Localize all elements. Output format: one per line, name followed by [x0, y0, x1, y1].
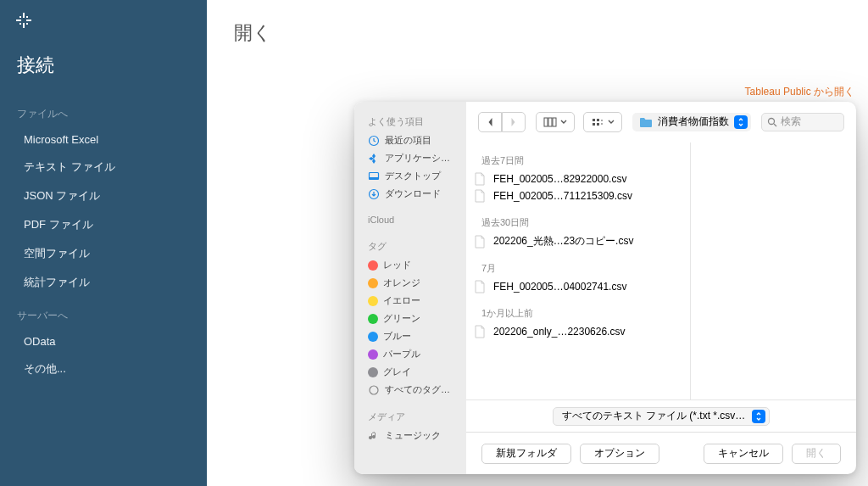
section-servers-label: サーバーへ — [0, 297, 207, 328]
svg-rect-19 — [597, 123, 599, 126]
file-row[interactable]: FEH_002005…04002741.csv — [466, 278, 690, 295]
media-label: メディア — [361, 407, 459, 427]
tag-dot-red-icon — [368, 260, 378, 271]
favorites-downloads-label: ダウンロード — [385, 187, 441, 200]
favorites-label: よく使う項目 — [361, 112, 459, 131]
music-icon — [368, 430, 380, 442]
section-files-label: ファイルへ — [0, 95, 207, 126]
type-filter-bar: すべてのテキスト ファイル (*.txt *.csv… — [466, 399, 856, 432]
app-logo — [0, 0, 207, 41]
back-button[interactable] — [478, 112, 502, 132]
tableau-public-link[interactable]: Tableau Public から開く — [745, 85, 854, 99]
nav-item-text[interactable]: テキスト ファイル — [0, 153, 207, 182]
main-header: 開く — [207, 0, 868, 56]
tag-dot-gray-icon — [368, 367, 378, 377]
nav-item-other[interactable]: その他... — [0, 355, 207, 383]
svg-rect-6 — [19, 23, 21, 25]
tag-green[interactable]: グリーン — [361, 310, 459, 327]
nav-item-spatial[interactable]: 空間ファイル — [0, 239, 207, 268]
svg-rect-7 — [26, 23, 28, 25]
search-placeholder: 検索 — [781, 115, 801, 129]
svg-rect-2 — [16, 20, 21, 21]
file-icon — [473, 280, 487, 293]
apps-icon — [368, 153, 380, 165]
group-label: 7月 — [466, 250, 690, 278]
main-title: 開く — [234, 20, 841, 46]
file-row[interactable]: FEH_002005…711215309.csv — [466, 187, 690, 204]
nav-item-excel[interactable]: Microsoft Excel — [0, 126, 207, 153]
nav-item-odata[interactable]: OData — [0, 328, 207, 355]
tag-dot-orange-icon — [368, 278, 378, 288]
open-button[interactable]: 開く — [792, 444, 841, 464]
view-controls — [536, 112, 622, 132]
tag-yellow[interactable]: イエロー — [361, 292, 459, 310]
favorites-downloads[interactable]: ダウンロード — [361, 185, 459, 203]
svg-rect-5 — [26, 16, 28, 18]
nav-item-pdf[interactable]: PDF ファイル — [0, 210, 207, 239]
downloads-icon — [368, 188, 380, 200]
tags-label: タグ — [361, 237, 459, 256]
file-row[interactable]: 202206_光熱…23のコピー.csv — [466, 232, 690, 250]
svg-rect-1 — [23, 23, 25, 28]
tag-gray[interactable]: グレイ — [361, 363, 459, 381]
tag-dot-yellow-icon — [368, 296, 378, 306]
svg-rect-14 — [548, 118, 552, 126]
svg-point-12 — [370, 386, 378, 394]
favorites-recent[interactable]: 最近の項目 — [361, 131, 459, 149]
location-select[interactable]: 消費者物価指数 — [632, 113, 751, 131]
app-title: 接続 — [0, 41, 207, 95]
options-button[interactable]: オプション — [580, 444, 659, 464]
filter-label: すべてのテキスト ファイル (*.txt *.csv… — [562, 409, 746, 423]
favorites-desktop-label: デスクトップ — [385, 170, 441, 182]
cancel-button[interactable]: キャンセル — [704, 444, 783, 464]
svg-point-20 — [768, 118, 774, 124]
group-label: 過去30日間 — [466, 204, 690, 232]
nav-buttons — [478, 112, 526, 132]
stepper-icon — [752, 410, 765, 423]
main-area: 開く Tableau Public から開く よく使う項目 最近の項目 アプリケ… — [207, 0, 868, 486]
file-icon — [473, 172, 487, 186]
search-icon — [767, 117, 777, 127]
file-type-filter[interactable]: すべてのテキスト ファイル (*.txt *.csv… — [553, 407, 771, 426]
desktop-icon — [368, 170, 380, 182]
file-row[interactable]: 202206_only_…2230626.csv — [466, 323, 690, 340]
finder-main: 消費者物価指数 検索 過去7日間 FEH_002005…82922000.csv… — [466, 102, 856, 474]
finder-toolbar: 消費者物価指数 検索 — [466, 102, 856, 142]
file-icon — [473, 235, 487, 249]
group-label: 過去7日間 — [466, 142, 690, 170]
svg-rect-10 — [370, 177, 379, 180]
nav-item-json[interactable]: JSON ファイル — [0, 182, 207, 210]
svg-rect-18 — [593, 123, 595, 126]
view-group-button[interactable] — [583, 112, 622, 132]
tag-dot-green-icon — [368, 314, 378, 324]
file-icon — [473, 189, 487, 203]
favorites-recent-label: 最近の項目 — [385, 134, 431, 147]
tag-orange[interactable]: オレンジ — [361, 274, 459, 292]
file-list: 過去7日間 FEH_002005…82922000.csv FEH_002005… — [466, 142, 691, 399]
svg-rect-13 — [544, 118, 548, 126]
new-folder-button[interactable]: 新規フォルダ — [481, 444, 571, 464]
tag-red[interactable]: レッド — [361, 256, 459, 274]
tag-all-icon — [368, 384, 380, 396]
icloud-label: iCloud — [361, 211, 459, 228]
favorites-apps[interactable]: アプリケーシ… — [361, 149, 459, 167]
view-columns-button[interactable] — [536, 112, 575, 132]
media-music[interactable]: ミュージック — [361, 427, 459, 444]
svg-rect-16 — [593, 119, 595, 121]
forward-button[interactable] — [502, 112, 526, 132]
app-sidebar: 接続 ファイルへ Microsoft Excel テキスト ファイル JSON … — [0, 0, 207, 486]
favorites-desktop[interactable]: デスクトップ — [361, 167, 459, 185]
tag-purple[interactable]: パープル — [361, 345, 459, 363]
tag-all[interactable]: すべてのタグ… — [361, 381, 459, 399]
file-row[interactable]: FEH_002005…82922000.csv — [466, 170, 690, 187]
svg-rect-15 — [553, 118, 556, 126]
search-input[interactable]: 検索 — [761, 113, 845, 131]
file-open-dialog: よく使う項目 最近の項目 アプリケーシ… デスクトップ ダウンロード iClou… — [354, 102, 856, 474]
svg-rect-0 — [23, 13, 25, 18]
finder-content: 過去7日間 FEH_002005…82922000.csv FEH_002005… — [466, 142, 856, 399]
tag-dot-blue-icon — [368, 332, 378, 342]
svg-rect-17 — [597, 119, 599, 121]
nav-item-stats[interactable]: 統計ファイル — [0, 268, 207, 297]
tag-blue[interactable]: ブルー — [361, 327, 459, 345]
file-icon — [473, 325, 487, 338]
